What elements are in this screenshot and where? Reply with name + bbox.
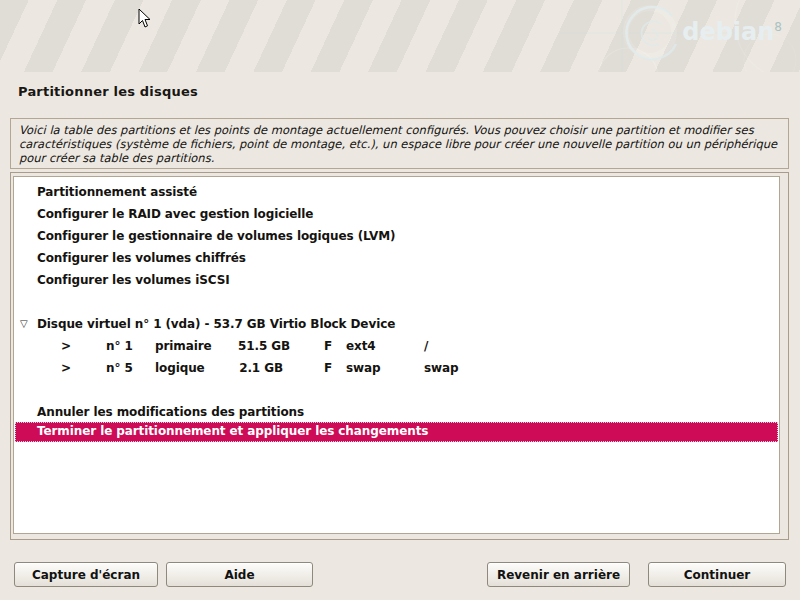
page-title: Partitionner les disques (18, 84, 198, 99)
partition-type: logique (155, 357, 238, 379)
debian-swirl-logo (0, 0, 800, 72)
screenshot-button[interactable]: Capture d'écran (14, 562, 158, 587)
continue-button[interactable]: Continuer (648, 562, 786, 587)
partition-number: n° 5 (106, 357, 155, 379)
help-button[interactable]: Aide (166, 562, 313, 587)
list-item-configure-lvm[interactable]: Configurer le gestionnaire de volumes lo… (15, 225, 778, 247)
installer-banner: debian8 (0, 0, 800, 72)
intro-text: Voici la table des partitions et les poi… (19, 123, 780, 165)
debian-version: 8 (774, 20, 782, 34)
debian-logo-text: debian8 (682, 18, 782, 46)
list-item-configure-iscsi[interactable]: Configurer les volumes iSCSI (15, 269, 778, 291)
partition-mountpoint: / (424, 335, 428, 357)
partition-number: n° 1 (106, 335, 155, 357)
partition-mountpoint: swap (424, 357, 459, 379)
list-item-finish-partitioning[interactable]: Terminer le partitionnement et appliquer… (15, 422, 778, 442)
list-item-guided-partitioning[interactable]: Partitionnement assisté (15, 181, 778, 203)
mouse-cursor (138, 8, 152, 30)
expander-icon[interactable]: ▽ (20, 313, 36, 335)
partition-size: 51.5 GB (238, 335, 283, 357)
partition-type: primaire (155, 335, 238, 357)
list-item-undo-changes[interactable]: Annuler les modifications des partitions (15, 401, 778, 423)
disk-label: Disque virtuel n° 1 (vda) - 53.7 GB Virt… (37, 317, 395, 331)
partition-arrow-icon: > (61, 335, 106, 357)
partition-filesystem: swap (346, 357, 414, 379)
partition-flag: F (283, 357, 332, 379)
list-item-partition-1[interactable]: >n° 1primaire51.5 GBFext4/ (15, 335, 778, 357)
go-back-button[interactable]: Revenir en arrière (487, 562, 630, 587)
partition-list-frame: Partitionnement assisté Configurer le RA… (10, 172, 789, 540)
list-item-disk[interactable]: ▽ Disque virtuel n° 1 (vda) - 53.7 GB Vi… (15, 313, 778, 335)
list-item-partition-5[interactable]: >n° 5logique2.1 GBFswapswap (15, 357, 778, 379)
list-item-configure-raid[interactable]: Configurer le RAID avec gestion logiciel… (15, 203, 778, 225)
partition-flag: F (283, 335, 332, 357)
partition-size: 2.1 GB (238, 357, 283, 379)
partition-list[interactable]: Partitionnement assisté Configurer le RA… (13, 176, 780, 534)
intro-box: Voici la table des partitions et les poi… (10, 118, 789, 169)
partition-filesystem: ext4 (346, 335, 414, 357)
list-item-configure-encrypted[interactable]: Configurer les volumes chiffrés (15, 247, 778, 269)
partition-arrow-icon: > (61, 357, 106, 379)
